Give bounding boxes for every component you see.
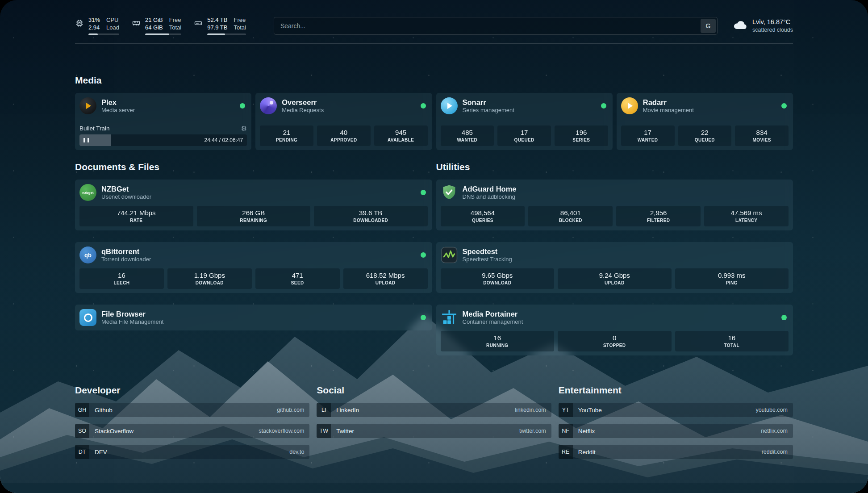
- cpu-icon: [75, 19, 84, 29]
- bookmarks-social: Social LI LinkedIn linkedin.com TW Twitt…: [317, 385, 551, 466]
- service-card-adguard[interactable]: AdGuard Home DNS and adblocking 498,564 …: [436, 180, 793, 230]
- bookmark-linkedin[interactable]: LI LinkedIn linkedin.com: [317, 403, 551, 417]
- documents-column: Documents & Files nzbget NZBGet Usenet d…: [75, 162, 432, 355]
- bookmark-abbr: GH: [75, 403, 89, 417]
- stat-tile: 9.65 Gbps DOWNLOAD: [441, 268, 555, 289]
- stat-tile: 266 GB REMAINING: [197, 206, 311, 226]
- weather-location: Lviv, 16.87°C: [752, 18, 793, 26]
- service-name: Overseerr: [282, 98, 324, 107]
- bookmark-name: DEV: [95, 449, 107, 455]
- status-dot: [421, 315, 426, 320]
- pause-icon[interactable]: [83, 138, 89, 142]
- service-card-nzbget[interactable]: nzbget NZBGet Usenet downloader 744.21 M…: [75, 180, 432, 230]
- utilities-column: Utilities AdGuard: [436, 162, 793, 355]
- nzbget-icon: nzbget: [79, 184, 96, 201]
- service-card-filebrowser[interactable]: File Browser Media File Management: [75, 305, 432, 330]
- stat-tile: 945 AVAILABLE: [374, 125, 428, 146]
- stat-tile: 40 APPROVED: [317, 125, 371, 146]
- disk-widget: 52.4 TB Free 97.9 TB Total: [194, 16, 246, 35]
- bookmark-netflix[interactable]: NF Netflix netflix.com: [559, 424, 793, 438]
- service-card-qbittorrent[interactable]: qb qBittorrent Torrent downloader 16 LEE…: [75, 242, 432, 293]
- memory-total-label: Total: [169, 24, 181, 31]
- bookmarks-developer: Developer GH Github github.com SO StackO…: [75, 385, 309, 466]
- bookmark-name: Twitter: [336, 428, 354, 435]
- stat-tile: 485 WANTED: [441, 125, 494, 146]
- status-dot: [421, 252, 426, 258]
- bookmark-github[interactable]: GH Github github.com: [75, 403, 309, 417]
- stat-tile: 17 QUEUED: [497, 125, 551, 146]
- section-heading-utilities: Utilities: [436, 162, 793, 172]
- plex-progress-bar[interactable]: 24:44 / 02:06:47: [79, 134, 247, 146]
- bookmark-url: linkedin.com: [515, 407, 546, 413]
- bookmark-youtube[interactable]: YT YouTube youtube.com: [559, 403, 793, 417]
- now-playing-title: Bullet Train: [79, 125, 110, 132]
- service-name: Media Portainer: [463, 309, 523, 318]
- speedtest-icon: [441, 246, 458, 263]
- search-bar: G: [274, 17, 718, 35]
- status-dot: [421, 103, 426, 109]
- service-card-overseerr[interactable]: Overseerr Media Requests 21 PENDING 40 A…: [255, 93, 432, 150]
- stat-tile: 16 RUNNING: [441, 331, 555, 351]
- sonarr-icon: [441, 97, 458, 114]
- service-desc: Movie management: [643, 107, 694, 114]
- weather-condition: scattered clouds: [752, 26, 793, 34]
- service-card-speedtest[interactable]: Speedtest Speedtest Tracking 9.65 Gbps D…: [436, 242, 793, 293]
- service-desc: Torrent downloader: [101, 256, 151, 263]
- bookmark-name: LinkedIn: [336, 407, 359, 414]
- bookmark-twitter[interactable]: TW Twitter twitter.com: [317, 424, 551, 438]
- topbar-divider: [75, 43, 793, 44]
- stat-tile: 834 MOVIES: [735, 125, 789, 146]
- memory-icon: [132, 19, 141, 29]
- status-dot: [240, 103, 245, 109]
- section-heading-documents: Documents & Files: [75, 162, 432, 172]
- bookmark-name: Github: [95, 407, 113, 414]
- service-desc: Speedtest Tracking: [463, 256, 512, 263]
- service-name: File Browser: [101, 309, 163, 318]
- disk-total-label: Total: [234, 24, 246, 31]
- adguard-icon: [441, 184, 458, 201]
- bookmark-reddit[interactable]: RE Reddit reddit.com: [559, 445, 793, 459]
- service-name: Sonarr: [463, 98, 514, 107]
- bookmark-abbr: SO: [75, 424, 89, 438]
- service-desc: Media Requests: [282, 107, 324, 114]
- playback-time: 24:44 / 02:06:47: [204, 137, 243, 143]
- service-desc: Series management: [463, 107, 514, 114]
- stat-tile: 618.52 Mbps UPLOAD: [343, 268, 428, 289]
- filebrowser-icon: [79, 309, 96, 326]
- service-name: Speedtest: [463, 247, 512, 256]
- service-card-portainer[interactable]: Media Portainer Container management 16 …: [436, 305, 793, 355]
- bookmark-stackoverflow[interactable]: SO StackOverflow stackoverflow.com: [75, 424, 309, 438]
- bookmark-abbr: RE: [559, 445, 573, 459]
- service-card-radarr[interactable]: Radarr Movie management 17 WANTED 22 QUE…: [617, 93, 793, 150]
- status-dot: [601, 103, 606, 109]
- service-card-plex[interactable]: Plex Media server Bullet Train 24:44 / 0…: [75, 93, 251, 150]
- section-heading-entertainment: Entertainment: [559, 385, 793, 396]
- weather-widget: Lviv, 16.87°C scattered clouds: [733, 18, 793, 34]
- stat-tile: 0.993 ms PING: [675, 268, 789, 289]
- service-desc: DNS and adblocking: [463, 193, 517, 201]
- bookmark-url: dev.to: [289, 449, 304, 455]
- disk-progress-bar: [207, 33, 246, 35]
- stat-tile: 2,956 FILTERED: [616, 206, 701, 226]
- gear-icon[interactable]: [241, 125, 247, 132]
- bookmark-dev[interactable]: DT DEV dev.to: [75, 445, 309, 459]
- cpu-load-value: 2.94: [88, 24, 100, 31]
- cpu-widget: 31% CPU 2.94 Load: [75, 16, 119, 35]
- bookmark-name: YouTube: [578, 407, 602, 414]
- service-desc: Usenet downloader: [101, 193, 151, 201]
- top-bar: 31% CPU 2.94 Load: [75, 16, 793, 35]
- service-desc: Media server: [101, 107, 135, 114]
- bookmark-url: netflix.com: [761, 428, 788, 434]
- service-card-sonarr[interactable]: Sonarr Series management 485 WANTED 17 Q…: [436, 93, 613, 150]
- search-input[interactable]: [274, 17, 718, 35]
- stat-tile: 17 WANTED: [621, 125, 675, 146]
- bookmarks-entertainment: Entertainment YT YouTube youtube.com NF …: [559, 385, 793, 466]
- service-name: NZBGet: [101, 184, 151, 193]
- search-provider-button[interactable]: G: [701, 19, 716, 33]
- nzbget-icon-label: nzbget: [82, 191, 93, 195]
- bookmark-url: reddit.com: [762, 449, 788, 455]
- disk-free-label: Free: [234, 16, 246, 24]
- stat-tile: 22 QUEUED: [678, 125, 732, 146]
- memory-widget: 21 GiB Free 64 GiB Total: [132, 16, 181, 35]
- stat-tile: 471 SEED: [255, 268, 340, 289]
